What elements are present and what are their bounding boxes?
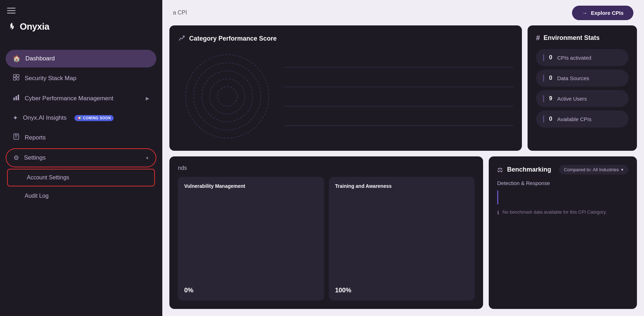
sidebar-subitem-account-settings[interactable]: Account Settings	[7, 169, 155, 186]
sidebar-item-settings[interactable]: ⚙ Settings ▾	[6, 148, 156, 167]
sidebar-item-security-stack-map[interactable]: Security Stack Map	[6, 69, 156, 88]
env-stat-data-sources[interactable]: 0 Data Sources	[536, 70, 628, 87]
benchmark-dropdown[interactable]: Compared to: All Industries ▾	[559, 165, 628, 174]
cat-card-value: 0%	[184, 287, 318, 294]
sidebar-item-cyber-performance[interactable]: Cyber Performance Management ▶	[6, 89, 156, 108]
performance-score-card: Category Performance Score	[169, 25, 522, 151]
chevron-down-icon: ▾	[621, 167, 624, 172]
benchmarking-card: ⚖ Benchmarking Compared to: All Industri…	[489, 156, 637, 309]
env-stats-title: # Environment Stats	[536, 34, 628, 42]
topbar: a CPI → Explore CPIs	[162, 0, 644, 25]
sidebar-item-label: Dashboard	[25, 55, 55, 62]
hash-icon: #	[536, 34, 540, 42]
account-settings-label: Account Settings	[27, 174, 69, 181]
svg-point-3	[17, 78, 19, 80]
bottom-row: nds Vulnerability Management 0% Training…	[169, 156, 637, 309]
chevron-right-icon: ▶	[146, 96, 149, 101]
coming-soon-badge: 📢 COMING SOON	[74, 115, 114, 121]
info-icon: ℹ	[497, 210, 499, 215]
performance-icon	[178, 34, 186, 43]
stat-bar	[543, 95, 544, 102]
megaphone-icon: 📢	[77, 116, 82, 120]
sidebar-subitem-audit-log[interactable]: Audit Log	[6, 188, 156, 204]
svg-point-8	[186, 55, 269, 138]
performance-lines	[284, 50, 513, 142]
sidebar-item-label: Settings	[24, 154, 46, 161]
scale-icon: ⚖	[497, 166, 503, 174]
explore-cpis-button[interactable]: → Explore CPIs	[572, 6, 633, 20]
security-stack-icon	[13, 74, 20, 83]
bench-header: ⚖ Benchmarking Compared to: All Industri…	[497, 165, 628, 174]
cat-card-value: 100%	[335, 287, 469, 294]
bottom-left-card: nds Vulnerability Management 0% Training…	[169, 156, 483, 309]
bench-section-title: Detection & Response	[497, 180, 628, 186]
environment-stats-card: # Environment Stats 0 CPIs activated 0 D…	[528, 25, 637, 151]
env-stat-active-users[interactable]: 9 Active Users	[536, 90, 628, 107]
perf-line-3	[284, 106, 513, 107]
svg-point-11	[210, 79, 245, 114]
svg-point-12	[217, 87, 237, 106]
sidebar-item-label: Cyber Performance Management	[25, 95, 113, 102]
svg-rect-1	[17, 74, 19, 77]
bench-bar	[497, 190, 498, 204]
svg-rect-6	[18, 95, 19, 100]
perf-line-4	[284, 125, 513, 126]
perf-line-1	[284, 67, 513, 68]
top-row: Category Performance Score	[169, 25, 637, 151]
cat-card-vulnerability[interactable]: Vulnerability Management 0%	[178, 177, 324, 300]
gear-icon: ⚙	[13, 154, 19, 162]
content-area: Category Performance Score	[162, 25, 644, 316]
home-icon: 🏠	[13, 55, 20, 62]
main-content: a CPI → Explore CPIs Category Performanc…	[162, 0, 644, 316]
sidebar-item-dashboard[interactable]: 🏠 Dashboard	[6, 50, 156, 67]
env-stat-available-cpis[interactable]: 0 Available CPIs	[536, 111, 628, 127]
cat-card-training[interactable]: Training and Awareness 100%	[329, 177, 475, 300]
bottom-left-header: nds	[178, 165, 475, 171]
chart-icon	[13, 94, 20, 103]
cat-card-title: Training and Awareness	[335, 183, 469, 189]
sidebar-item-label: Reports	[25, 134, 46, 141]
hamburger-menu[interactable]	[7, 8, 155, 13]
sidebar-item-label: Security Stack Map	[25, 75, 76, 82]
logo-text: Onyxia	[20, 21, 49, 32]
perf-line-2	[284, 87, 513, 87]
performance-card-title: Category Performance Score	[178, 34, 513, 43]
svg-rect-2	[13, 78, 16, 80]
env-stat-cpis-activated[interactable]: 0 CPIs activated	[536, 49, 628, 66]
cat-card-title: Vulnerability Management	[184, 183, 318, 189]
category-cards: Vulnerability Management 0% Training and…	[178, 177, 475, 300]
stat-bar	[543, 54, 544, 61]
arrow-right-icon: →	[582, 10, 587, 16]
svg-rect-5	[16, 96, 17, 100]
sidebar: Onyxia 🏠 Dashboard Security Stack Map	[0, 0, 162, 316]
sparkle-icon: ✦	[13, 114, 18, 122]
svg-rect-4	[13, 97, 15, 100]
bench-no-data: ℹ No benchmark data available for this C…	[497, 209, 628, 215]
logo: Onyxia	[7, 21, 155, 32]
logo-icon	[7, 22, 17, 32]
nav-list: 🏠 Dashboard Security Stack Map	[0, 50, 162, 316]
stat-bar	[543, 115, 544, 123]
chevron-down-icon: ▾	[146, 155, 149, 161]
sidebar-item-label: Onyx.AI Insights	[23, 114, 67, 121]
svg-rect-0	[13, 74, 16, 77]
sidebar-top: Onyxia	[0, 0, 162, 50]
sidebar-item-reports[interactable]: Reports	[6, 128, 156, 147]
sidebar-item-onyx-ai[interactable]: ✦ Onyx.AI Insights 📢 COMING SOON	[6, 109, 156, 127]
reports-icon	[13, 133, 20, 142]
audit-log-label: Audit Log	[25, 193, 49, 199]
stat-bar	[543, 74, 544, 82]
breadcrumb: a CPI	[173, 10, 187, 16]
performance-body	[178, 50, 513, 142]
svg-point-9	[194, 63, 261, 130]
radar-chart	[178, 50, 277, 142]
